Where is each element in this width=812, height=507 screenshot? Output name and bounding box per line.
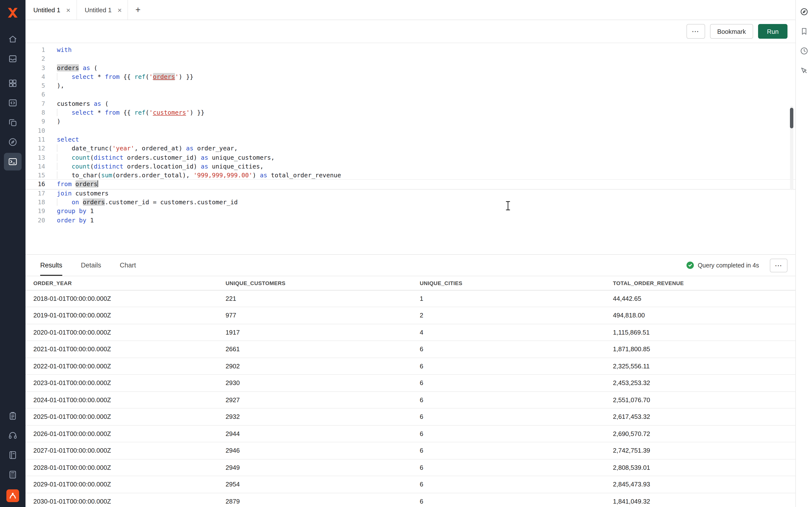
history-icon[interactable] [797,44,811,58]
code-line[interactable]: 1with [26,46,795,55]
more-actions-button[interactable]: ⋯ [686,24,705,39]
code-line[interactable]: 19group by 1 [26,207,795,216]
table-row[interactable]: 2019-01-01T00:00:00.000Z9772494,818.00 [26,307,795,324]
column-header[interactable]: UNIQUE_CITIES [412,276,605,290]
table-row[interactable]: 2024-01-01T00:00:00.000Z292762,551,076.7… [26,391,795,408]
table-row[interactable]: 2026-01-01T00:00:00.000Z294462,690,570.7… [26,425,795,442]
run-button[interactable]: Run [758,24,788,39]
tab-bar: Untitled 1×Untitled 1× + [26,0,795,20]
table-cell: 2,742,751.39 [605,442,795,459]
code-line[interactable]: 17join customers [26,189,795,198]
table-cell: 2030-01-01T00:00:00.000Z [26,493,218,507]
results-panel: ResultsDetailsChart Query completed in 4… [26,254,795,507]
code-line[interactable]: 5), [26,81,795,91]
table-cell: 6 [412,425,605,442]
table-row[interactable]: 2027-01-01T00:00:00.000Z294662,742,751.3… [26,442,795,459]
table-cell: 6 [412,493,605,507]
results-tab-results[interactable]: Results [40,255,62,276]
table-cell: 2 [412,307,605,324]
editor-toolbar: ⋯ Bookmark Run [26,20,795,43]
code-line[interactable]: 10 [26,126,795,135]
close-tab-icon[interactable]: × [117,6,122,13]
results-table-container[interactable]: ORDER_YEARUNIQUE_CUSTOMERSUNIQUE_CITIEST… [26,276,795,507]
code-line[interactable]: 11select [26,135,795,144]
table-row[interactable]: 2018-01-01T00:00:00.000Z221144,442.65 [26,290,795,307]
line-number: 3 [26,63,45,72]
table-row[interactable]: 2021-01-01T00:00:00.000Z266161,871,800.8… [26,341,795,357]
code-line[interactable]: 2 [26,55,795,64]
table-cell: 977 [218,307,412,324]
results-tab-chart[interactable]: Chart [120,255,136,276]
code-line[interactable]: 7customers as ( [26,100,795,109]
table-cell: 2954 [218,476,412,493]
line-number: 2 [26,55,45,64]
clipboard-icon[interactable] [4,407,21,425]
main-area: Untitled 1×Untitled 1× + ⋯ Bookmark Run … [26,0,795,507]
results-more-button[interactable]: ⋯ [770,259,788,272]
tab-label: Untitled 1 [33,6,60,13]
support-headset-icon[interactable] [4,427,21,444]
table-cell: 1,115,869.51 [605,324,795,341]
inbox-icon[interactable] [4,50,21,68]
code-line[interactable]: 14 count(distinct orders.location_id) as… [26,162,795,171]
code-line[interactable]: 9) [26,117,795,126]
table-cell: 1 [412,290,605,307]
scrollbar-thumb[interactable] [790,108,793,128]
line-number: 17 [26,189,45,198]
code-editor-icon[interactable] [4,94,21,112]
table-cell: 6 [412,357,605,375]
table-row[interactable]: 2028-01-01T00:00:00.000Z294962,808,539.0… [26,459,795,476]
code-line[interactable]: 8 select * from {{ ref('customers') }} [26,108,795,117]
table-row[interactable]: 2023-01-01T00:00:00.000Z293062,453,253.3… [26,375,795,391]
line-number: 20 [26,216,45,225]
code-line[interactable]: 3orders as ( [26,63,795,72]
code-line[interactable]: 12 date_trunc('year', ordered_at) as ord… [26,144,795,153]
column-header[interactable]: TOTAL_ORDER_REVENUE [605,276,795,290]
code-line[interactable]: 20order by 1 [26,216,795,225]
code-line[interactable]: 4 select * from {{ ref('orders') }} [26,72,795,81]
code-line[interactable]: 15 to_char(sum(orders.order_total), '999… [26,171,795,180]
table-cell: 2930 [218,375,412,391]
app-logo-icon[interactable] [6,6,19,19]
table-cell: 2021-01-01T00:00:00.000Z [26,341,218,357]
terminal-icon[interactable] [4,153,21,170]
table-row[interactable]: 2029-01-01T00:00:00.000Z295462,845,473.9… [26,476,795,493]
column-header[interactable]: UNIQUE_CUSTOMERS [218,276,412,290]
sql-editor[interactable]: 1with23orders as (4 select * from {{ ref… [26,43,795,254]
editor-scrollbar[interactable] [790,106,793,190]
table-cell: 2018-01-01T00:00:00.000Z [26,290,218,307]
apps-grid-icon[interactable] [4,74,21,92]
table-cell: 6 [412,375,605,391]
line-number: 7 [26,100,45,109]
home-icon[interactable] [4,31,21,48]
table-cell: 4 [412,324,605,341]
table-cell: 1,871,800.85 [605,341,795,357]
close-tab-icon[interactable]: × [66,6,70,13]
text-caret [98,180,98,187]
table-row[interactable]: 2020-01-01T00:00:00.000Z191741,115,869.5… [26,324,795,341]
user-avatar[interactable] [6,489,19,502]
results-tab-details[interactable]: Details [81,255,101,276]
table-cell: 2029-01-01T00:00:00.000Z [26,476,218,493]
explore-icon[interactable] [797,5,811,19]
table-cell: 2902 [218,357,412,375]
calculator-icon[interactable] [4,466,21,484]
bookmarks-icon[interactable] [797,24,811,38]
copy-windows-icon[interactable] [4,114,21,131]
new-tab-button[interactable]: + [128,0,148,19]
code-line[interactable]: 6 [26,91,795,100]
explore-compass-icon[interactable] [4,133,21,151]
code-line[interactable]: 18 on orders.customer_id = customers.cus… [26,198,795,207]
notebook-icon[interactable] [4,446,21,464]
column-header[interactable]: ORDER_YEAR [26,276,218,290]
editor-tab[interactable]: Untitled 1× [26,0,77,19]
editor-tab[interactable]: Untitled 1× [77,0,128,19]
pointer-tool-icon[interactable] [797,64,811,77]
app-window: Untitled 1×Untitled 1× + ⋯ Bookmark Run … [0,0,812,507]
table-row[interactable]: 2022-01-01T00:00:00.000Z290262,325,556.1… [26,357,795,375]
bookmark-button[interactable]: Bookmark [710,24,753,39]
code-line[interactable]: 16from orders [26,180,795,189]
table-row[interactable]: 2030-01-01T00:00:00.000Z287961,841,049.3… [26,493,795,507]
table-row[interactable]: 2025-01-01T00:00:00.000Z293262,617,453.3… [26,408,795,425]
code-line[interactable]: 13 count(distinct orders.customer_id) as… [26,153,795,162]
